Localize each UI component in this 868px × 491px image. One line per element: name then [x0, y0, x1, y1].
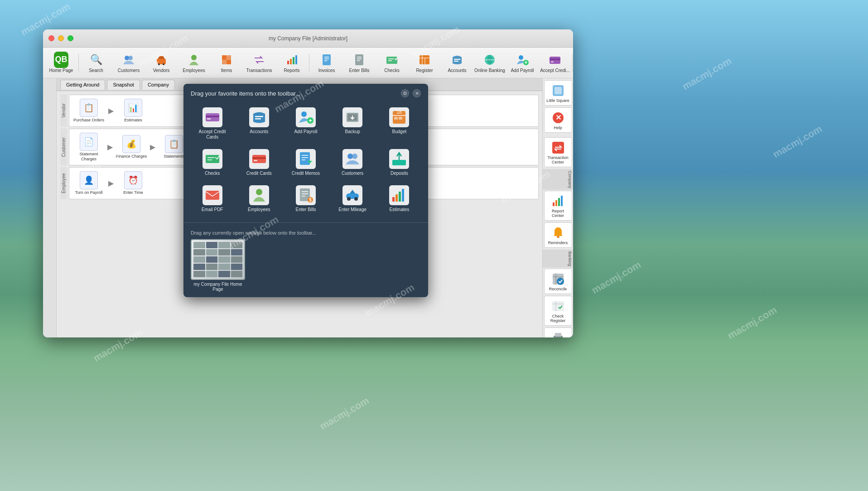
toolbar-item-transactions[interactable]: Transactions	[243, 49, 275, 77]
modal-item-budget[interactable]: 18 Budget	[378, 105, 421, 143]
modal-item-accounts[interactable]: Accounts	[237, 105, 280, 143]
svg-text:+: +	[524, 59, 527, 66]
modal-item-enterbills[interactable]: $ Enter Bills	[284, 183, 327, 215]
svg-rect-13	[293, 57, 294, 64]
sidebar-item-reportcenter[interactable]: Report Center	[544, 191, 572, 221]
modal-settings-button[interactable]: ⚙	[401, 89, 409, 97]
toolbar-item-onlinebanking[interactable]: Online Banking	[473, 49, 506, 77]
toolbar-item-items[interactable]: Items	[210, 49, 243, 77]
checks-icon	[385, 53, 399, 67]
svg-rect-38	[550, 58, 560, 60]
title-bar: my Company File [Administrator]	[43, 29, 573, 48]
svg-rect-104	[392, 197, 395, 202]
right-sidebar: Little Square ✕ Help Transaction Center …	[542, 78, 573, 337]
modal-item-addpayroll[interactable]: + Add Payroll	[284, 105, 327, 143]
svg-rect-47	[555, 200, 557, 206]
toolbar-item-invoices[interactable]: Invoices	[310, 49, 343, 77]
toolbar-label-customers: Customers	[118, 68, 140, 73]
svg-text:18: 18	[397, 110, 402, 115]
svg-point-5	[163, 63, 164, 65]
modal-item-entermileage[interactable]: Enter Mileage	[331, 183, 374, 215]
flow-item-estimates[interactable]: 📊 Estimates	[117, 99, 149, 123]
toolbar-item-customers[interactable]: Customers	[112, 49, 145, 77]
toolbar-item-search[interactable]: 🔍 Search	[80, 49, 112, 77]
modal-home-thumbnail	[191, 239, 245, 280]
sidebar-item-littlesquare[interactable]: Little Square	[544, 80, 572, 106]
accounts-icon	[450, 53, 464, 67]
tab-getting-around[interactable]: Getting Around	[60, 80, 105, 90]
littlesquare-label: Little Square	[546, 99, 569, 103]
flow-item-purchaseorders[interactable]: 📋 Purchase Orders	[73, 99, 105, 123]
sidebar-item-reconcile[interactable]: Reconcile	[544, 269, 572, 294]
toolbar-item-register[interactable]: Register	[408, 49, 441, 77]
modal-budget-icon: 18	[389, 107, 409, 127]
flow-item-entertime[interactable]: ⏰ Enter Time	[117, 171, 149, 195]
toolbar-label-invoices: Invoices	[318, 68, 335, 73]
modal-checks-icon	[203, 149, 222, 169]
toolbar-item-enterbills[interactable]: Enter Bills	[343, 49, 376, 77]
svg-rect-79	[399, 117, 402, 120]
tab-company[interactable]: Company	[142, 80, 175, 90]
estimates-label: Estimates	[124, 118, 142, 123]
maximize-button[interactable]	[68, 35, 73, 41]
toolbar-item-employees[interactable]: Employees	[178, 49, 210, 77]
flow-item-financecharges[interactable]: 💰 Finance Charges	[116, 135, 147, 159]
modal-item-customers[interactable]: Customers	[331, 146, 374, 179]
svg-rect-12	[290, 59, 292, 64]
svg-rect-7	[222, 55, 227, 60]
modal-close-button[interactable]: ✕	[413, 89, 421, 97]
svg-rect-46	[553, 202, 555, 206]
customers-icon	[121, 53, 136, 67]
checkregister-label: Check Register	[546, 314, 570, 323]
flow-item-turnonpayroll[interactable]: 👤 Turn on Payroll	[73, 171, 105, 195]
modal-entermileage-label: Enter Mileage	[338, 207, 366, 212]
modal-item-emailpdf[interactable]: Email PDF	[191, 183, 234, 215]
search-icon: 🔍	[89, 53, 103, 67]
close-button[interactable]	[48, 35, 54, 41]
toolbar-item-addpayroll[interactable]: + Add Payroll	[506, 49, 539, 77]
modal-backup-icon	[342, 107, 362, 127]
purchaseorders-icon: 📋	[80, 99, 98, 117]
modal-item-acceptcredit[interactable]: Accept Credit Cards	[191, 105, 234, 143]
sidebar-item-help[interactable]: ✕ Help	[544, 107, 572, 133]
reconcile-icon	[550, 271, 566, 287]
svg-rect-67	[207, 118, 211, 120]
help-icon: ✕	[550, 110, 566, 126]
sidebar-item-transactioncenter[interactable]: Transaction Center	[544, 137, 572, 167]
modal-controls: ⚙ ✕	[401, 89, 421, 97]
svg-rect-23	[386, 57, 397, 64]
modal-item-deposits[interactable]: Deposits	[378, 146, 421, 179]
svg-text:+: +	[309, 117, 312, 124]
sidebar-item-checkregister[interactable]: Check Register	[544, 296, 572, 326]
acceptcredit-icon	[548, 53, 562, 67]
modal-customers-label: Customers	[342, 171, 363, 176]
modal-employees-icon	[249, 185, 269, 205]
toolbar-item-checks[interactable]: Checks	[376, 49, 408, 77]
toolbar-item-vendors[interactable]: Vendors	[145, 49, 178, 77]
svg-point-91	[352, 154, 357, 159]
minimize-button[interactable]	[58, 35, 64, 41]
toolbar-item-accounts[interactable]: Accounts	[441, 49, 473, 77]
flow-item-statementcharges[interactable]: 📄 Statement Charges	[73, 133, 105, 162]
sidebar-item-reminders[interactable]: Reminders	[544, 222, 572, 248]
modal-item-backup[interactable]: Backup	[331, 105, 374, 143]
svg-rect-107	[402, 189, 404, 202]
toolbar-item-home[interactable]: QB Home Page	[45, 49, 77, 77]
svg-point-103	[354, 197, 358, 201]
vendor-section-label: Vendor	[60, 95, 67, 127]
modal-backup-label: Backup	[345, 129, 360, 135]
toolbar-item-reports[interactable]: Reports	[275, 49, 308, 77]
modal-item-creditmemos[interactable]: Credit Memos	[284, 146, 327, 179]
modal-item-employees[interactable]: Employees	[237, 183, 280, 215]
toolbar-item-acceptcredit[interactable]: Accept Credi...	[539, 49, 571, 77]
modal-item-checks[interactable]: Checks	[191, 146, 234, 179]
sidebar-item-printchecks[interactable]: Print Checks	[544, 327, 572, 337]
tab-snapshot[interactable]: Snapshot	[107, 80, 140, 90]
modal-open-item-homefile[interactable]: my Company File Home Page	[191, 239, 245, 292]
financecharges-icon: 💰	[122, 135, 140, 153]
modal-open-section: Drag any currently open window below ont…	[183, 226, 428, 297]
modal-item-creditcards[interactable]: Credit Cards	[237, 146, 280, 179]
svg-point-94	[256, 189, 262, 195]
modal-item-estimates[interactable]: Estimates	[378, 183, 421, 215]
enterbills-icon	[352, 53, 366, 67]
